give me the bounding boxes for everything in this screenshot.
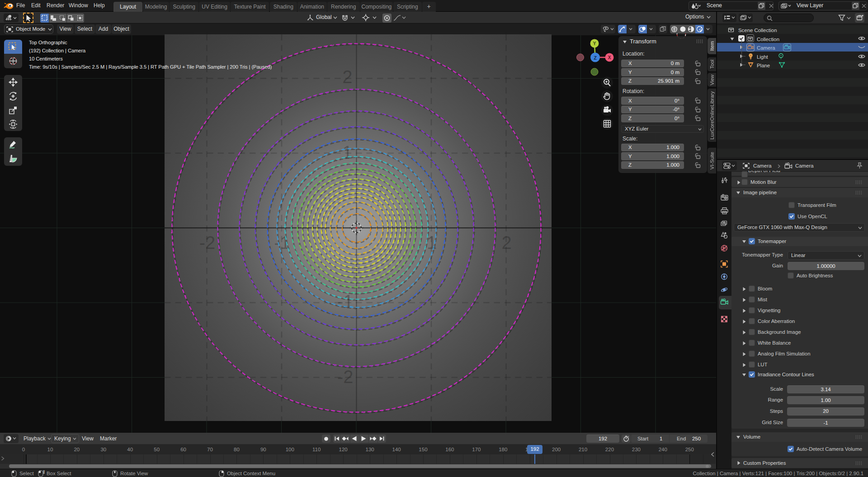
svg-text:-2: -2 [337, 367, 354, 387]
svg-text:2: 2 [342, 67, 352, 87]
svg-text:Y: Y [593, 41, 596, 46]
svg-text:-1: -1 [274, 233, 290, 253]
svg-text:1: 1 [342, 142, 352, 162]
svg-text:2: 2 [501, 233, 511, 253]
svg-text:Z: Z [594, 55, 597, 61]
svg-text:-2: -2 [199, 233, 216, 253]
svg-text:X: X [608, 55, 611, 60]
